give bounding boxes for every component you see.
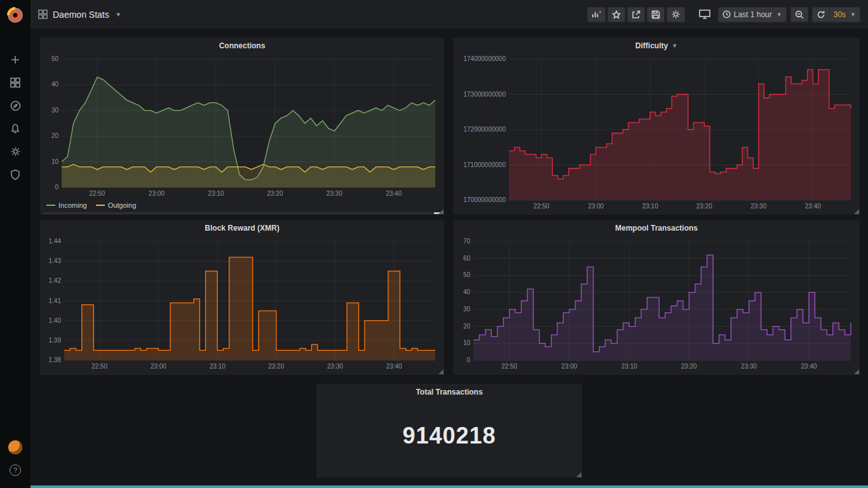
- svg-text:50: 50: [51, 55, 59, 62]
- svg-text:0: 0: [55, 184, 58, 191]
- time-range-label: Last 1 hour: [734, 10, 772, 19]
- bottom-accent-bar: [0, 485, 868, 488]
- share-button[interactable]: [627, 7, 645, 22]
- svg-text:1.41: 1.41: [49, 297, 62, 304]
- svg-text:23:40: 23:40: [386, 190, 402, 197]
- svg-text:23:00: 23:00: [149, 190, 165, 197]
- total-transactions-value: 9140218: [316, 400, 582, 471]
- panel-difficulty: Difficulty▼ 1700000000001710000000001720…: [452, 37, 860, 215]
- svg-text:23:30: 23:30: [741, 363, 757, 370]
- zoom-out-button[interactable]: [790, 7, 808, 22]
- legend-item-incoming[interactable]: Incoming: [46, 201, 87, 209]
- refresh-interval-label: 30s: [834, 10, 846, 19]
- svg-text:20: 20: [463, 323, 471, 330]
- add-panel-button[interactable]: [587, 7, 606, 22]
- legend-scrollbar[interactable]: [43, 212, 442, 214]
- legend-label: Outgoing: [108, 201, 137, 209]
- panel-resize-handle[interactable]: [438, 209, 444, 214]
- svg-text:10: 10: [51, 158, 59, 165]
- panel-title-difficulty[interactable]: Difficulty▼: [453, 37, 860, 54]
- panel-settings-button[interactable]: [667, 7, 685, 22]
- svg-text:23:40: 23:40: [805, 203, 821, 210]
- svg-text:22:50: 22:50: [534, 203, 550, 210]
- svg-text:70: 70: [463, 238, 471, 245]
- svg-text:22:50: 22:50: [89, 190, 105, 197]
- panel-mempool: Mempool Transactions 01020304050607022:5…: [452, 219, 860, 376]
- svg-text:1.38: 1.38: [49, 356, 62, 363]
- panel-resize-handle[interactable]: [854, 369, 859, 374]
- panel-connections: Connections 0102030405022:5023:0023:1023…: [39, 37, 445, 215]
- dashboard-title[interactable]: Daemon Stats: [53, 10, 109, 20]
- svg-text:0: 0: [466, 356, 470, 363]
- svg-text:23:30: 23:30: [327, 363, 343, 370]
- dashboards-icon[interactable]: [0, 71, 31, 94]
- panel-resize-handle[interactable]: [438, 369, 444, 374]
- panel-resize-handle[interactable]: [576, 472, 581, 477]
- svg-text:23:10: 23:10: [208, 190, 224, 197]
- grafana-logo[interactable]: [0, 4, 31, 27]
- svg-text:22:50: 22:50: [92, 363, 107, 370]
- panel-resize-handle[interactable]: [854, 209, 859, 214]
- svg-text:173000000000: 173000000000: [463, 91, 506, 98]
- panel-menu-caret-icon[interactable]: ▼: [672, 43, 677, 49]
- legend-label: Incoming: [58, 201, 87, 209]
- connections-chart[interactable]: 0102030405022:5023:0023:1023:2023:3023:4…: [43, 54, 440, 198]
- plus-icon[interactable]: [0, 48, 31, 71]
- alerting-bell-icon[interactable]: [0, 117, 31, 140]
- svg-text:23:10: 23:10: [642, 203, 658, 210]
- svg-text:30: 30: [463, 306, 471, 313]
- svg-text:172000000000: 172000000000: [463, 126, 506, 133]
- clock-icon: [722, 10, 731, 18]
- svg-text:20: 20: [51, 132, 59, 139]
- mempool-chart[interactable]: 01020304050607022:5023:0023:1023:2023:30…: [456, 236, 856, 371]
- panel-total-transactions: Total Transactions 9140218: [316, 383, 583, 478]
- svg-text:23:30: 23:30: [750, 203, 766, 210]
- refresh-interval-dropdown[interactable]: 30s ▼: [829, 7, 860, 22]
- legend-swatch-icon: [46, 205, 55, 206]
- svg-text:23:40: 23:40: [801, 363, 817, 370]
- svg-text:23:00: 23:00: [588, 203, 604, 210]
- svg-text:1.42: 1.42: [49, 277, 62, 284]
- svg-text:40: 40: [51, 81, 59, 88]
- top-navbar: Daemon Stats ▼ Last 1 hour: [31, 0, 868, 29]
- svg-text:1.44: 1.44: [49, 238, 62, 245]
- server-admin-shield-icon[interactable]: [0, 163, 31, 186]
- user-avatar[interactable]: [0, 436, 31, 459]
- time-range-caret-icon: ▼: [776, 11, 782, 18]
- svg-text:23:10: 23:10: [210, 363, 226, 370]
- svg-text:23:20: 23:20: [267, 190, 283, 197]
- svg-text:10: 10: [463, 339, 471, 346]
- svg-text:1.40: 1.40: [49, 317, 62, 324]
- panel-title-total-transactions[interactable]: Total Transactions: [316, 384, 582, 400]
- svg-text:1.39: 1.39: [49, 337, 62, 344]
- svg-text:23:30: 23:30: [327, 190, 342, 197]
- svg-text:30: 30: [51, 107, 59, 114]
- svg-text:23:20: 23:20: [681, 363, 697, 370]
- sidebar: ?: [0, 0, 31, 488]
- star-button[interactable]: [607, 7, 625, 22]
- dashboard-title-caret-icon[interactable]: ▼: [116, 11, 121, 18]
- difficulty-chart[interactable]: 1700000000001710000000001720000000001730…: [456, 54, 856, 211]
- time-range-picker[interactable]: Last 1 hour ▼: [718, 7, 787, 22]
- svg-text:171000000000: 171000000000: [463, 161, 506, 168]
- panel-title-connections[interactable]: Connections: [40, 37, 444, 54]
- explore-compass-icon[interactable]: [0, 94, 31, 117]
- cycle-view-monitor-button[interactable]: [695, 7, 714, 22]
- save-button[interactable]: [647, 7, 665, 22]
- dashboard-grid-icon[interactable]: [38, 10, 48, 19]
- svg-text:23:10: 23:10: [621, 363, 637, 370]
- legend-swatch-icon: [96, 205, 105, 206]
- help-icon[interactable]: ?: [0, 459, 31, 482]
- connections-legend: IncomingOutgoing: [46, 200, 136, 211]
- svg-text:170000000000: 170000000000: [463, 196, 506, 203]
- svg-text:23:20: 23:20: [696, 203, 712, 210]
- panel-title-block-reward[interactable]: Block Reward (XMR): [40, 220, 444, 236]
- block-reward-chart[interactable]: 1.381.391.401.411.421.431.4422:5023:0023…: [43, 236, 440, 371]
- refresh-button[interactable]: [812, 7, 829, 22]
- configuration-gear-icon[interactable]: [0, 140, 31, 163]
- refresh-caret-icon: ▼: [850, 11, 856, 18]
- legend-item-outgoing[interactable]: Outgoing: [96, 201, 137, 209]
- refresh-combo: 30s ▼: [812, 7, 860, 22]
- svg-text:40: 40: [463, 288, 471, 295]
- panel-title-mempool[interactable]: Mempool Transactions: [453, 220, 860, 236]
